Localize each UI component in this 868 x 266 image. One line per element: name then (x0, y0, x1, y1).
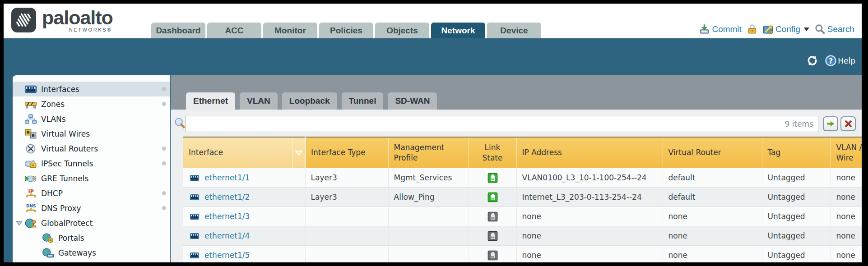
table-row: ethernet1/3nonenoneUntaggednone (183, 207, 862, 226)
column-header-vlan-wire[interactable]: VLAN / Wire (831, 137, 862, 168)
table-row: ethernet1/5nonenoneUntaggednone (183, 246, 862, 263)
subtab-loopback[interactable]: Loopback (282, 92, 337, 110)
cell-interface-type (305, 246, 388, 263)
ethernet-interface-icon (189, 213, 200, 220)
sidebar-item-dhcp[interactable]: DHCP (13, 186, 170, 201)
ethernet-interface-icon (189, 193, 200, 201)
sort-dropdown[interactable] (292, 137, 305, 168)
search-icon (815, 24, 825, 34)
vlans-icon (24, 114, 37, 124)
help-icon (825, 55, 836, 66)
apply-filter-button[interactable] (823, 116, 838, 131)
link-state-down-icon (487, 231, 498, 241)
cell-tag: Untagged (762, 207, 831, 226)
ethernet-interface-icon (189, 252, 200, 259)
cell-management-profile (388, 246, 469, 263)
sidebar-item-dns-proxy[interactable]: DNS Proxy (13, 201, 170, 216)
column-header-ip-address[interactable]: IP Address (516, 137, 663, 168)
globalprotect-icon (24, 218, 37, 228)
subtab-vlan[interactable]: VLAN (240, 92, 278, 110)
tab-network[interactable]: Network (431, 23, 485, 38)
interface-link[interactable]: ethernet1/5 (204, 251, 250, 260)
cell-management-profile: Allow_Ping (388, 188, 469, 207)
tab-device[interactable]: Device (487, 23, 541, 38)
sidebar-item-label: Gateways (58, 248, 96, 257)
sidebar-item-label: Interfaces (41, 85, 79, 94)
sidebar-item-interfaces[interactable]: Interfaces (13, 82, 170, 96)
virtual-wires-icon (24, 129, 37, 139)
sidebar-item-gateways[interactable]: Gateways (13, 245, 170, 260)
column-header-interface-type[interactable]: Interface Type (305, 137, 388, 168)
commit-action[interactable]: Commit (699, 24, 741, 34)
cell-vlan-wire: none (831, 246, 862, 263)
sidebar-item-label: IPSec Tunnels (41, 159, 93, 168)
sidebar-item-globalprotect[interactable]: GlobalProtect (13, 216, 170, 230)
subtab-sd-wan[interactable]: SD-WAN (388, 92, 437, 110)
sidebar-item-ipsec-tunnels[interactable]: IPSec Tunnels (13, 156, 170, 171)
ipsec-tunnels-icon (24, 159, 37, 169)
subtab-tunnel[interactable]: Tunnel (342, 92, 384, 110)
sidebar-item-label: Portals (58, 234, 84, 243)
search-action[interactable]: Search (815, 24, 854, 34)
sidebar-item-virtual-wires[interactable]: Virtual Wires (13, 126, 170, 141)
column-header-tag[interactable]: Tag (762, 137, 831, 168)
config-action[interactable]: Config (763, 24, 809, 34)
tab-acc[interactable]: ACC (207, 23, 261, 38)
main-nav: DashboardACCMonitorPoliciesObjectsNetwor… (151, 23, 541, 38)
refresh-icon[interactable] (807, 55, 818, 66)
sidebar-item-zones[interactable]: Zones (13, 96, 170, 111)
sidebar-item-gre-tunnels[interactable]: GRE Tunnels (13, 171, 170, 186)
commit-label: Commit (712, 24, 741, 34)
column-header-virtual-router[interactable]: Virtual Router (663, 137, 762, 168)
brand-subtitle: NETWORKS® (69, 27, 113, 32)
subtab-ethernet[interactable]: Ethernet (186, 92, 235, 110)
status-dot (162, 87, 166, 91)
dhcp-icon (24, 188, 37, 198)
sidebar-item-virtual-routers[interactable]: Virtual Routers (13, 141, 170, 156)
cell-interface-type: Layer3 (305, 168, 388, 188)
table-row: ethernet1/2Layer3Allow_PingInternet_L3_2… (183, 188, 862, 207)
cell-interface-type (305, 207, 388, 226)
sidebar-item-portals[interactable]: Portals (13, 230, 170, 245)
sidebar: InterfacesZonesVLANsVirtual WiresVirtual… (13, 75, 170, 262)
cell-tag: Untagged (762, 188, 831, 207)
cell-interface: ethernet1/4 (183, 226, 305, 246)
help-action[interactable]: Help (825, 55, 855, 66)
sidebar-item-vlans[interactable]: VLANs (13, 111, 170, 126)
link-state-up-icon (487, 192, 498, 202)
config-label: Config (775, 24, 800, 34)
column-header-management-profile[interactable]: Management Profile (388, 137, 469, 168)
column-header-interface[interactable]: Interface (183, 137, 292, 168)
lock-icon[interactable] (747, 24, 757, 34)
interface-link[interactable]: ethernet1/2 (204, 193, 250, 202)
interface-link[interactable]: ethernet1/1 (204, 173, 250, 182)
gre-tunnels-icon (24, 174, 37, 183)
interface-link[interactable]: ethernet1/4 (204, 231, 250, 240)
portals-icon (41, 233, 55, 243)
zones-icon (24, 99, 37, 109)
cell-ip-address: Internet_L3_203-0-113-254--24 (516, 188, 663, 207)
table-row: ethernet1/4nonenoneUntaggednone (183, 226, 862, 246)
tab-objects[interactable]: Objects (375, 23, 429, 38)
search-label: Search (827, 24, 854, 34)
filter-input[interactable]: 9 items (185, 116, 818, 132)
cell-vlan-wire: none (831, 168, 862, 188)
tab-monitor[interactable]: Monitor (263, 23, 317, 38)
sort-caret-icon (295, 150, 303, 156)
cell-link-state (469, 168, 516, 188)
status-dot (162, 147, 166, 151)
cell-interface: ethernet1/3 (183, 207, 305, 226)
ethernet-interface-icon (189, 232, 200, 240)
tab-dashboard[interactable]: Dashboard (151, 23, 205, 38)
virtual-routers-icon (24, 144, 37, 154)
brand-text: paloalto NETWORKS® (42, 7, 113, 32)
cell-ip-address: none (516, 226, 663, 246)
tab-policies[interactable]: Policies (319, 23, 373, 38)
status-dot (162, 161, 166, 165)
expander-icon (16, 220, 23, 226)
column-header-link-state[interactable]: Link State (469, 137, 516, 168)
cell-tag: Untagged (762, 246, 831, 263)
interface-link[interactable]: ethernet1/3 (204, 212, 250, 221)
clear-filter-button[interactable] (840, 116, 856, 131)
cell-management-profile: Mgmt_Services (388, 168, 469, 188)
